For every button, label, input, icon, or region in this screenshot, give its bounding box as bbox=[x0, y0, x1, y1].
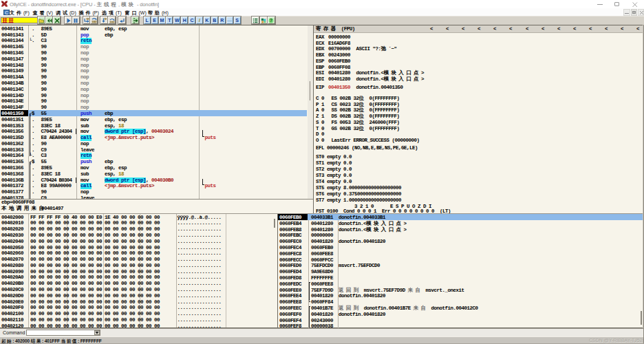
svg-text:?: ? bbox=[270, 18, 272, 23]
